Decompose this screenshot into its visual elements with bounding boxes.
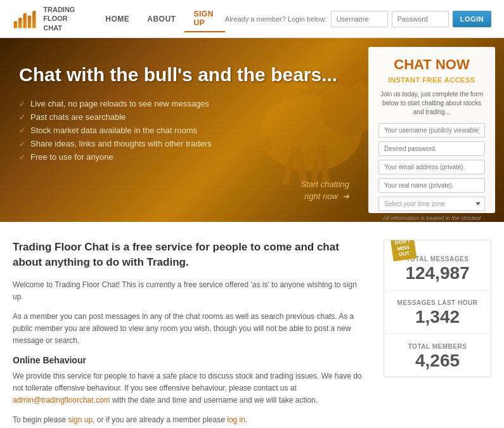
main-content: Trading Floor Chat is a free service for… [0, 222, 504, 428]
chat-password-input[interactable] [378, 141, 485, 156]
total-members-value: 4,265 [392, 351, 483, 371]
start-chatting-text: Start chattingright now ➜ [19, 179, 349, 202]
messages-last-hour-value: 1,342 [392, 308, 483, 327]
paragraph-1: Welcome to Trading Floor Chat! This is c… [13, 279, 368, 303]
online-behaviour-heading: Online Behaviour [13, 355, 368, 365]
messages-last-hour-block: MESSAGES LAST HOUR 1,342 [384, 290, 491, 334]
logo-area: TRADING FLOOR CHAT [13, 5, 96, 32]
nav-about[interactable]: ABOUT [138, 11, 184, 27]
hero-features: ✓Live chat, no page reloads to see new m… [19, 97, 349, 164]
chat-panel: CHAT NOW INSTANT FREE ACCESS Join us tod… [368, 47, 495, 213]
nav-signup[interactable]: SIGN UP [184, 6, 224, 32]
chat-now-title: CHAT NOW [378, 57, 485, 72]
check-icon-4: ✓ [19, 139, 25, 148]
main-left: Trading Floor Chat is a free service for… [13, 240, 368, 428]
main-body: Welcome to Trading Floor Chat! This is c… [13, 279, 368, 427]
total-messages-value: 124,987 [392, 264, 483, 283]
main-title: Trading Floor Chat is a free service for… [13, 240, 368, 270]
chat-now-subtitle: INSTANT FREE ACCESS [378, 76, 485, 84]
svg-rect-0 [14, 22, 17, 29]
dont-miss-badge: DON'TMISSOUT [391, 240, 417, 261]
logo-text: TRADING FLOOR CHAT [43, 5, 96, 32]
check-icon-5: ✓ [19, 153, 25, 162]
paragraph-2: As a member you can post messages in any… [13, 311, 368, 347]
svg-point-5 [33, 9, 36, 11]
chat-username-input[interactable] [378, 123, 485, 138]
check-icon-1: ✓ [19, 100, 25, 108]
privacy-text: All information is treated in the strict… [378, 215, 485, 222]
hero-title: Chat with the bull's and the bears... [19, 64, 349, 86]
feature-5: ✓Free to use for anyone [19, 150, 349, 164]
login-link[interactable]: log in [227, 415, 245, 424]
svg-rect-4 [32, 11, 36, 29]
feature-3: ✓Stock market data available in the chat… [19, 124, 349, 137]
feature-4: ✓Share ideas, links and thoughts with ot… [19, 137, 349, 150]
total-members-label: TOTAL MEMBERS [392, 343, 483, 350]
svg-rect-2 [23, 13, 26, 29]
nav-area: HOME ABOUT SIGN UP [96, 6, 225, 32]
feature-1: ✓Live chat, no page reloads to see new m… [19, 97, 349, 110]
chat-now-description: Join us today, just complete the form be… [378, 90, 485, 117]
total-members-block: TOTAL MEMBERS 4,265 [384, 334, 491, 377]
hero-section: Chat with the bull's and the bears... ✓L… [0, 38, 504, 222]
login-button[interactable]: LOGIN [453, 11, 491, 27]
contact-email-link[interactable]: admin@tradingfloorchat.com [13, 396, 110, 405]
paragraph-3: We provide this service for people to ha… [13, 370, 368, 407]
timezone-select[interactable]: Select your time zone UTC US/Eastern US/… [378, 197, 485, 211]
check-icon-3: ✓ [19, 126, 25, 135]
messages-last-hour-label: MESSAGES LAST HOUR [392, 299, 483, 306]
logo-icon [13, 6, 38, 30]
login-area: Already a member? Login below: LOGIN [225, 11, 491, 27]
stats-panel: DON'TMISSOUT TOTAL MESSAGES 124,987 MESS… [384, 240, 491, 377]
signup-link[interactable]: sign up [68, 415, 93, 424]
password-input[interactable] [392, 11, 449, 27]
hero-content: Chat with the bull's and the bears... ✓L… [0, 38, 504, 222]
chat-realname-input[interactable] [378, 178, 485, 193]
header: TRADING FLOOR CHAT HOME ABOUT SIGN UP Al… [0, 0, 504, 38]
svg-rect-1 [18, 18, 22, 29]
chat-email-input[interactable] [378, 160, 485, 174]
username-input[interactable] [331, 11, 388, 27]
svg-rect-3 [28, 16, 31, 29]
nav-home[interactable]: HOME [96, 11, 138, 27]
hero-left: Chat with the bull's and the bears... ✓L… [0, 38, 368, 222]
login-label: Already a member? Login below: [225, 15, 327, 23]
paragraph-4: To begin please sign up, or if you are a… [13, 414, 368, 426]
check-icon-2: ✓ [19, 113, 25, 122]
feature-2: ✓Past chats are searchable [19, 110, 349, 124]
